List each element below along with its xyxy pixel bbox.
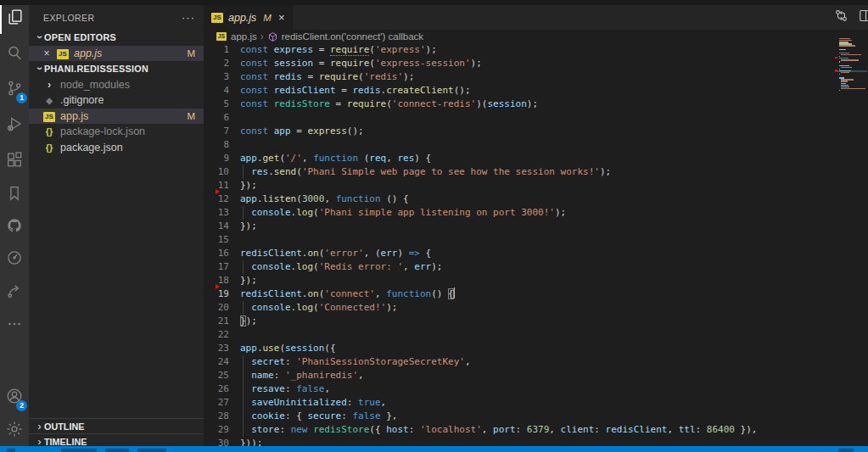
section-header-outline[interactable]: ›OUTLINE — [29, 418, 204, 433]
chevron-down-icon: › — [34, 33, 46, 42]
indent-guide — [243, 301, 244, 315]
line-text: const app = express(); — [229, 125, 364, 138]
code-line-2[interactable]: 2const session = require('express-sessio… — [204, 57, 868, 70]
code-line-4[interactable]: 4const redisClient = redis.createClient(… — [204, 84, 868, 98]
line-text: redisClient.on('connect', function() { — [229, 287, 455, 301]
indent-guide — [243, 165, 244, 179]
red-marker-icon — [216, 189, 220, 194]
search-icon[interactable] — [0, 36, 29, 70]
line-text: }); — [229, 274, 257, 287]
code-line-29[interactable]: 29 store: new redisStore({ host: 'localh… — [204, 423, 868, 437]
js-file-icon: JS — [216, 32, 227, 41]
bookmarks-icon[interactable] — [0, 176, 29, 210]
line-number: 29 — [204, 423, 229, 437]
code-line-7[interactable]: 7const app = express(); — [204, 125, 868, 138]
tab-label: app.js — [228, 12, 256, 24]
section-header-open-editors[interactable]: ›OPEN EDITORS — [29, 30, 204, 46]
line-number: 14 — [204, 220, 229, 233]
code-line-20[interactable]: 20 console.log('Connected!'); — [204, 301, 868, 315]
minimap[interactable] — [835, 38, 867, 102]
code-line-26[interactable]: 26 resave: false, — [204, 382, 868, 396]
line-text: console.log('Redis error: ', err); — [229, 260, 442, 274]
code-line-9[interactable]: 9app.get('/', function (req, res) { — [204, 152, 868, 165]
settings-icon[interactable] — [0, 412, 29, 446]
code-line-6[interactable]: 6 — [204, 111, 868, 125]
code-area[interactable]: 1const express = require('express');2con… — [204, 43, 868, 446]
js-file-icon: JS — [56, 47, 70, 59]
line-number: 16 — [204, 247, 229, 260]
code-line-24[interactable]: 24 secret: 'PhaniSessionStorageSecretKey… — [204, 355, 868, 369]
tab-close-icon[interactable]: × — [278, 11, 285, 24]
tree-item--gitignore[interactable]: ◆.gitignore — [29, 92, 204, 109]
live-share-icon[interactable] — [0, 273, 29, 307]
code-line-3[interactable]: 3const redis = require('redis'); — [204, 70, 868, 84]
line-text: console.log('Connected!'); — [229, 301, 397, 315]
file-label: node_modules — [60, 79, 130, 91]
code-line-14[interactable]: 14}); — [204, 220, 868, 233]
code-line-25[interactable]: 25 name: '_phaniredis', — [204, 369, 868, 382]
line-number: 23 — [204, 342, 229, 355]
code-line-15[interactable]: 15 — [204, 233, 868, 247]
line-text — [229, 233, 240, 247]
file-label: app.js — [74, 47, 102, 59]
status-bar[interactable] — [0, 446, 868, 452]
line-number: 7 — [204, 125, 229, 138]
section-header-folder-root[interactable]: ›PHANI.REDISSESSION — [29, 61, 204, 77]
clock-icon[interactable] — [0, 241, 29, 275]
tree-item-package-json[interactable]: {}package.json — [29, 140, 204, 156]
line-number: 3 — [204, 70, 229, 84]
extensions-icon[interactable] — [0, 142, 29, 176]
line-number: 17 — [204, 260, 229, 274]
minimap-line — [839, 90, 840, 91]
breadcrumb-symbol[interactable]: redisClient.on('connect') callback — [282, 31, 423, 42]
tab-appjs[interactable]: JS app.js M × — [204, 5, 293, 30]
line-number: 13 — [204, 206, 229, 220]
minimap-line — [841, 59, 859, 60]
breadcrumb-file[interactable]: app.js — [231, 31, 257, 42]
code-line-11[interactable]: 11}); — [204, 179, 868, 193]
git-modified-badge: M — [187, 48, 195, 59]
code-line-22[interactable]: 22 — [204, 328, 868, 342]
explorer-icon[interactable] — [0, 0, 29, 34]
tree-item-app-js[interactable]: JSapp.jsM — [29, 109, 204, 125]
file-label: package.json — [60, 142, 123, 153]
code-line-10[interactable]: 10 res.send('Phani Simple web page to se… — [204, 165, 868, 179]
gitignore-file-icon: ◆ — [42, 96, 56, 105]
code-line-23[interactable]: 23app.use(session({ — [204, 342, 868, 355]
tree-item-package-lock-json[interactable]: {}package-lock.json — [29, 124, 204, 140]
line-text: resave: false, — [229, 382, 330, 396]
code-line-27[interactable]: 27 saveUninitialized: true, — [204, 396, 868, 410]
code-line-13[interactable]: 13 console.log('Phani simple app listeni… — [204, 206, 868, 220]
more-icon[interactable] — [0, 307, 29, 341]
code-line-28[interactable]: 28 cookie: { secure: false }, — [204, 410, 868, 423]
minimap-line — [839, 45, 855, 46]
accounts-icon[interactable]: 2 — [0, 379, 29, 413]
breadcrumb: JS app.js › redisClient.on('connect') ca… — [204, 30, 868, 43]
split-editor-icon[interactable] — [858, 8, 868, 27]
code-line-18[interactable]: 18}); — [204, 274, 868, 287]
source-control-icon[interactable]: 1 — [0, 71, 29, 105]
close-icon[interactable]: × — [41, 47, 53, 59]
line-text: }); — [229, 179, 257, 193]
open-editor-item[interactable]: ×JSapp.jsM — [29, 46, 204, 62]
github-icon[interactable] — [0, 209, 29, 243]
json-file-icon: {} — [42, 126, 56, 137]
code-line-21[interactable]: 21}); — [204, 315, 868, 328]
code-line-19[interactable]: 19redisClient.on('connect', function() { — [204, 287, 868, 301]
code-line-12[interactable]: 12app.listen(3000, function () { — [204, 193, 868, 206]
line-number: 26 — [204, 382, 229, 396]
code-line-1[interactable]: 1const express = require('express'); — [204, 43, 868, 57]
code-line-5[interactable]: 5const redisStore = require('connect-red… — [204, 98, 868, 111]
line-text: const redisClient = redis.createClient()… — [229, 84, 471, 98]
line-text — [229, 138, 240, 152]
code-line-8[interactable]: 8 — [204, 138, 868, 152]
js-file-icon: JS — [42, 109, 56, 122]
tree-item-node-modules[interactable]: ›node_modules — [29, 77, 204, 93]
symbol-cube-icon — [267, 31, 278, 42]
section-label: OUTLINE — [44, 421, 84, 432]
code-line-17[interactable]: 17 console.log('Redis error: ', err); — [204, 260, 868, 274]
open-changes-icon[interactable] — [833, 8, 849, 27]
code-line-16[interactable]: 16redisClient.on('error', (err) => { — [204, 247, 868, 260]
views-more-actions-icon[interactable]: ··· — [182, 11, 195, 24]
run-debug-icon[interactable] — [0, 107, 29, 141]
